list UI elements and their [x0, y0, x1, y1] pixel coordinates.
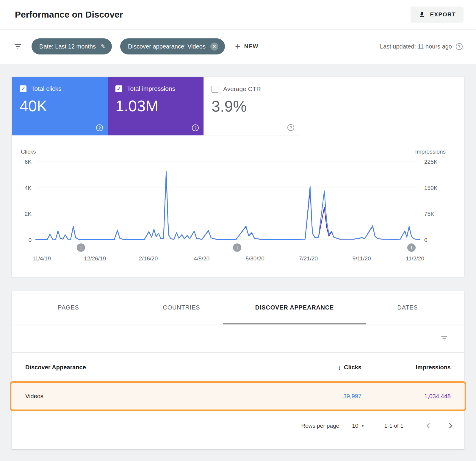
left-axis-tick: 0	[12, 237, 32, 243]
left-axis-tick: 2K	[12, 211, 32, 217]
previous-page-icon[interactable]	[426, 423, 432, 428]
clicks-help-icon[interactable]: ?	[96, 124, 103, 131]
breakdown-tabs: PAGES COUNTRIES DISCOVER APPEARANCE DATE…	[12, 291, 464, 324]
pagination-bar: Rows per page: 10 ▼ 1-1 of 1	[12, 410, 464, 449]
average-ctr-card[interactable]: Average CTR 3.9% ?	[203, 77, 299, 135]
edit-pencil-icon[interactable]: ✎	[101, 43, 105, 50]
appearance-filter-chip[interactable]: Discover appearance: Videos ✕	[120, 38, 225, 54]
top-bar: Performance on Discover EXPORT	[0, 0, 476, 29]
row-clicks-value: 39,997	[343, 393, 361, 400]
col-header-clicks-label: Clicks	[344, 364, 361, 371]
chart-annotation-marker[interactable]: 1	[233, 243, 241, 252]
total-impressions-value: 1.03M	[115, 97, 196, 115]
left-axis-tick: 6K	[12, 159, 32, 165]
download-icon	[418, 11, 425, 18]
total-impressions-checkbox[interactable]: ✓	[115, 85, 122, 92]
total-clicks-card[interactable]: ✓ Total clicks 40K ?	[12, 77, 108, 135]
x-axis-label: 2/16/20	[131, 255, 166, 262]
row-appearance-value: Videos	[25, 393, 272, 400]
chart-annotation-marker[interactable]: 1	[407, 243, 416, 252]
tab-discover-appearance[interactable]: DISCOVER APPEARANCE	[238, 291, 351, 324]
x-axis-label: 12/26/19	[77, 255, 113, 262]
col-header-impressions[interactable]: Impressions	[416, 364, 451, 371]
performance-chart: ClicksImpressions6K4K2K0225K150K75K011/4…	[12, 135, 464, 277]
total-clicks-value: 40K	[20, 97, 100, 115]
filter-bar: Date: Last 12 months ✎ Discover appearan…	[0, 29, 476, 64]
export-button[interactable]: EXPORT	[411, 7, 464, 23]
table-filter-row	[12, 324, 464, 353]
average-ctr-value: 3.9%	[212, 97, 291, 115]
right-axis-tick: 225K	[424, 159, 437, 165]
new-filter-button[interactable]: + NEW	[233, 43, 260, 50]
performance-card: ✓ Total clicks 40K ? ✓ Total impressions…	[12, 77, 464, 277]
plus-icon: +	[235, 43, 241, 49]
left-axis-title: Clicks	[21, 149, 36, 155]
left-axis-tick: 4K	[12, 185, 32, 191]
tab-pages[interactable]: PAGES	[12, 291, 125, 324]
dropdown-caret-icon: ▼	[361, 424, 365, 428]
remove-filter-icon[interactable]: ✕	[210, 43, 218, 51]
series-impressions	[36, 174, 419, 240]
help-icon[interactable]: ?	[456, 43, 463, 50]
next-page-icon[interactable]	[447, 423, 452, 428]
last-updated: Last updated: 11 hours ago ?	[380, 43, 463, 50]
total-impressions-label: Total impressions	[127, 85, 175, 92]
date-filter-chip[interactable]: Date: Last 12 months ✎	[32, 38, 112, 54]
col-header-appearance: Discover Appearance	[25, 364, 272, 371]
metric-cards-row: ✓ Total clicks 40K ? ✓ Total impressions…	[12, 77, 464, 135]
export-button-label: EXPORT	[430, 11, 456, 18]
pagination-range: 1-1 of 1	[384, 423, 403, 429]
x-axis-label: 11/4/19	[24, 255, 60, 262]
x-axis-label: 9/11/20	[344, 255, 380, 262]
total-impressions-card[interactable]: ✓ Total impressions 1.03M ?	[108, 77, 203, 135]
col-header-clicks[interactable]: ↓ Clicks	[338, 364, 361, 371]
average-ctr-label: Average CTR	[223, 85, 261, 93]
filter-list-icon[interactable]	[12, 41, 23, 52]
date-filter-chip-label: Date: Last 12 months	[39, 43, 96, 50]
rows-per-page-label: Rows per page:	[301, 423, 341, 429]
rows-per-page-value: 10	[352, 423, 358, 429]
appearance-filter-chip-label: Discover appearance: Videos	[128, 43, 206, 50]
x-axis-label: 11/2/20	[397, 255, 433, 262]
series-clicks	[36, 171, 419, 240]
breakdown-card: PAGES COUNTRIES DISCOVER APPEARANCE DATE…	[12, 291, 464, 449]
highlighted-row-wrap: Videos 39,997 1,034,448	[12, 382, 464, 410]
x-axis-label: 5/30/20	[237, 255, 273, 262]
average-ctr-checkbox[interactable]	[212, 86, 218, 93]
total-clicks-label: Total clicks	[31, 85, 62, 92]
tab-dates[interactable]: DATES	[351, 291, 464, 324]
sort-descending-icon: ↓	[338, 364, 341, 371]
page-title: Performance on Discover	[15, 10, 123, 20]
table-filter-icon[interactable]	[439, 333, 449, 343]
right-axis-title: Impressions	[415, 149, 446, 155]
x-axis-label: 7/21/20	[290, 255, 326, 262]
total-clicks-checkbox[interactable]: ✓	[20, 85, 26, 92]
line-chart-svg	[12, 135, 437, 242]
x-axis-label: 4/8/20	[184, 255, 220, 262]
new-filter-label: NEW	[244, 43, 259, 50]
rows-per-page-select[interactable]: 10 ▼	[352, 423, 365, 429]
tab-countries[interactable]: COUNTRIES	[125, 291, 238, 324]
table-header-row: Discover Appearance ↓ Clicks Impressions	[12, 353, 464, 382]
right-axis-tick: 75K	[424, 211, 434, 217]
right-axis-tick: 150K	[424, 185, 437, 191]
chart-annotation-marker[interactable]: 1	[77, 243, 85, 252]
row-impressions-value: 1,034,448	[424, 393, 451, 400]
right-axis-tick: 0	[424, 237, 428, 243]
last-updated-text: Last updated: 11 hours ago	[380, 43, 452, 50]
impressions-help-icon[interactable]: ?	[192, 124, 199, 131]
ctr-help-icon[interactable]: ?	[287, 124, 294, 131]
table-row[interactable]: Videos 39,997 1,034,448	[12, 382, 464, 410]
